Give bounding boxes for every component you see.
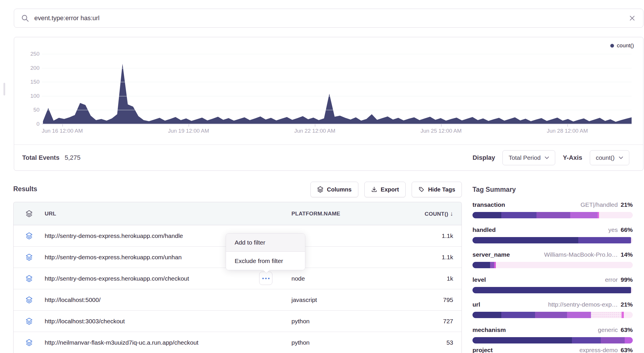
tag-name: level [472,276,486,283]
tag-bar-segment [472,287,631,293]
chart-gridline [42,54,632,54]
count-area-series [43,64,632,124]
tag-bar-segment [572,337,601,343]
tag-bar-segment [496,262,633,268]
yaxis-label: Y-Axis [563,154,582,162]
columns-button[interactable]: Columns [310,182,358,197]
table-row[interactable]: http://localhost:3003/checkout python 72… [14,311,462,332]
x-tick-label: Jun 19 12:00 AM [168,128,209,134]
stack-icon [26,339,33,346]
menu-item[interactable]: Add to filter [226,234,305,252]
tag-name: mechanism [472,326,506,333]
menu-item[interactable]: Exclude from filter [226,252,305,270]
table-row[interactable]: http://localhost:5000/ javascript 795 [14,289,462,311]
column-header-platform[interactable]: PLATFORM.NAME [291,211,413,217]
tag-bar-segment [472,237,578,243]
tag-icon [418,186,425,193]
tag-top-value: yes [608,226,618,233]
export-button-label: Export [381,186,399,193]
stack-icon [26,232,33,240]
url-cell[interactable]: http://localhost:3003/checkout [45,318,291,325]
y-tick-label: 200 [18,65,39,71]
column-header-url[interactable]: URL [45,211,291,217]
tag-top-value: generic [598,326,618,333]
cell-actions-button[interactable] [259,272,272,285]
stack-icon [317,186,323,193]
dot [262,278,264,279]
stack-icon [26,275,33,282]
yaxis-dropdown[interactable]: count() [590,150,629,165]
tag-bar-segment [570,212,598,218]
total-events-label: Total Events [22,154,59,162]
table-actions: Columns Export Hide Tags [308,182,462,197]
tag-name: project [472,347,493,353]
tag-name: url [472,301,480,308]
display-label: Display [472,154,495,162]
results-table: URL PLATFORM.NAME COUNT()↓ http://sentry… [13,202,462,353]
x-tick-label: Jun 25 12:00 AM [421,128,462,134]
tag-distribution-bar[interactable] [472,262,633,268]
count-cell: 727 [413,318,462,325]
tag-top-percent: 63% [621,347,633,353]
x-tick-mark [62,124,63,127]
chart-x-axis [42,124,632,124]
chart-plot-area[interactable] [43,52,632,124]
x-tick-label: Jun 28 12:00 AM [547,128,588,134]
export-button[interactable]: Export [364,182,406,197]
yaxis-dropdown-value: count() [596,154,615,161]
x-tick-mark [315,124,315,127]
table-row[interactable]: http://neilmanvar-flask-m3uuizd7iq-uc.a.… [14,332,462,353]
sort-desc-icon: ↓ [450,210,453,217]
tag-top-percent: 21% [621,301,633,308]
count-cell: 1k [413,275,462,282]
tag-entry: mechanism generic 63% [472,326,633,343]
tag-bar-segment [578,237,631,243]
tag-bar-segment [591,312,622,318]
download-icon [371,186,377,193]
tag-bar-segment [501,212,536,218]
columns-button-label: Columns [327,186,352,193]
search-input[interactable]: event.type:error has:url [34,14,629,22]
events-chart-card: count() Total Events 5,275 Display Total… [14,37,643,171]
tag-bar-segment [631,287,633,293]
tag-top-value: Williams-MacBook-Pro.lo… [544,251,618,258]
tag-distribution-bar[interactable] [472,337,633,343]
url-cell[interactable]: http://sentry-demos-express.herokuapp.co… [45,275,291,282]
url-cell[interactable]: http://localhost:5000/ [45,296,291,303]
column-header-count[interactable]: COUNT()↓ [413,210,462,217]
tag-distribution-bar[interactable] [472,312,633,318]
tag-top-percent: 99% [621,276,633,283]
tag-name: transaction [472,201,505,208]
x-tick-mark [567,124,568,127]
display-dropdown[interactable]: Total Period [502,150,555,165]
stack-icon [26,318,33,325]
tag-top-percent: 66% [621,226,633,233]
tag-distribution-bar[interactable] [472,287,633,293]
tag-bar-segment [622,312,624,318]
tag-bar-segment [601,337,625,343]
tag-top-value: GET|/handled [581,201,618,208]
x-tick-label: Jun 22 12:00 AM [294,128,336,134]
chart-legend[interactable]: count() [610,42,634,49]
legend-series-dot [610,44,614,48]
hide-tags-button[interactable]: Hide Tags [412,182,462,197]
tag-entry: transaction GET|/handled 21% [472,200,633,218]
panel-collapse-handle[interactable] [3,83,5,95]
tag-entry: level error 99% [472,275,633,293]
tag-distribution-bar[interactable] [472,212,633,218]
tag-bar-segment [631,237,633,243]
search-bar[interactable]: event.type:error has:url [14,9,643,28]
clear-search-icon[interactable] [629,15,636,22]
y-tick-label: 0 [18,121,39,127]
platform-cell: node [291,275,413,282]
x-tick-label: Jun 16 12:00 AM [42,128,83,134]
url-cell[interactable]: http://neilmanvar-flask-m3uuizd7iq-uc.a.… [45,339,291,346]
search-icon [21,14,29,22]
y-tick-label: 150 [18,79,39,85]
tag-bar-segment [535,312,567,318]
y-tick-label: 100 [18,93,39,99]
total-events-value: 5,275 [65,154,80,162]
tag-distribution-bar[interactable] [472,237,633,243]
y-tick-label: 250 [18,51,39,57]
table-row[interactable]: http://sentry-demos-express.herokuapp.co… [14,268,462,289]
